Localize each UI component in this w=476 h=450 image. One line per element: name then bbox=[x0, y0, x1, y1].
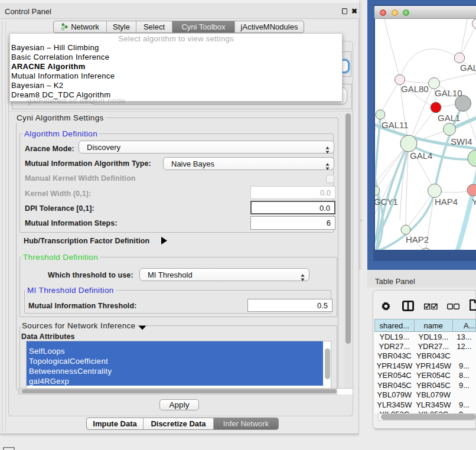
svg-text:GAL7: GAL7 bbox=[460, 63, 476, 73]
svg-text:HAP2: HAP2 bbox=[406, 234, 429, 244]
svg-text:GCY1: GCY1 bbox=[375, 197, 398, 207]
svg-text:GAL1: GAL1 bbox=[438, 113, 460, 123]
svg-text:Y: Y bbox=[472, 197, 476, 207]
svg-text:HAP4: HAP4 bbox=[435, 197, 458, 207]
svg-text:GAL10: GAL10 bbox=[435, 88, 462, 98]
svg-text:GAL4: GAL4 bbox=[410, 151, 432, 161]
svg-text:GAL80: GAL80 bbox=[401, 84, 429, 94]
svg-text:SWI4: SWI4 bbox=[451, 136, 472, 146]
svg-text:GAL11: GAL11 bbox=[382, 120, 409, 130]
